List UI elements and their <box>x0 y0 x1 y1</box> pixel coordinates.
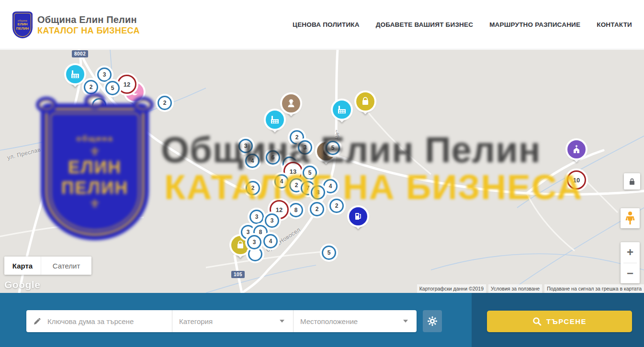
map-pin-factory[interactable] <box>264 109 285 130</box>
logo-main-text-1: ЕЛИН <box>17 22 27 26</box>
brand-logo-block[interactable]: община ЕЛИН ПЕЛИН Община Елин Пелин КАТА… <box>12 11 140 38</box>
search-panel: Категория Местоположение <box>26 310 417 332</box>
search-button-label: ТЪРСЕНЕ <box>546 317 587 325</box>
keyword-input[interactable] <box>47 317 165 325</box>
bag-icon <box>356 92 374 111</box>
map-attribution: Картографски данни ©2019Условия за ползв… <box>417 284 644 293</box>
map-pin-factory[interactable] <box>331 99 352 120</box>
category-select[interactable]: Категория <box>172 310 293 332</box>
church-icon <box>567 140 586 158</box>
cluster-marker[interactable]: 3 <box>238 139 253 153</box>
pencil-icon <box>33 317 42 325</box>
map-pin-bag[interactable] <box>355 91 376 112</box>
cluster-marker[interactable]: 2 <box>84 80 98 94</box>
cluster-marker[interactable]: 2 <box>246 181 260 195</box>
attribution-link[interactable]: Подаване на сигнал за грешка в картата <box>544 284 644 293</box>
map-canvas[interactable]: 8002 105 ул. Преслав бул. „Новосел ци" 1… <box>0 50 644 293</box>
factory-icon <box>66 65 84 83</box>
nav-item-2[interactable]: МАРШРУТНО РАЗПИСАНИЕ <box>489 21 580 28</box>
site-title: Община Елин Пелин <box>37 14 140 25</box>
header: община ЕЛИН ПЕЛИН Община Елин Пелин КАТА… <box>0 0 644 49</box>
search-icon <box>532 317 542 326</box>
cluster-marker[interactable]: 5 <box>322 246 336 260</box>
pegman-control[interactable] <box>621 208 640 228</box>
attribution-link[interactable]: Условия за ползване <box>488 284 542 293</box>
map-type-map-button[interactable]: Карта <box>4 257 41 275</box>
advanced-settings-button[interactable] <box>423 310 442 332</box>
map-type-control: Карта Сателит <box>4 257 91 275</box>
logo-top-text: община <box>18 19 27 22</box>
factory-icon <box>266 111 284 129</box>
cluster-marker[interactable]: 8 <box>289 203 303 217</box>
site-subtitle: КАТАЛОГ НА БИЗНЕСА <box>37 26 140 36</box>
map-pin-factory[interactable] <box>65 64 86 85</box>
map-type-satellite-button[interactable]: Сателит <box>41 257 91 275</box>
cluster-marker[interactable]: 10 <box>567 170 586 190</box>
logo-main-text-2: ПЕЛИН <box>16 26 29 31</box>
cluster-marker[interactable] <box>92 98 106 112</box>
cluster-marker[interactable]: 3 <box>265 213 279 228</box>
nav-item-1[interactable]: ДОБАВЕТЕ ВАШИЯТ БИЗНЕС <box>376 21 473 28</box>
lock-button[interactable] <box>624 173 640 190</box>
cluster-marker[interactable]: 4 <box>274 174 289 189</box>
cluster-marker[interactable]: 4 <box>263 234 278 248</box>
fuel-icon <box>349 207 367 225</box>
map-pin-fuel[interactable] <box>348 206 369 227</box>
cluster-marker[interactable]: 5 <box>303 166 317 180</box>
cluster-marker[interactable]: 3 <box>298 140 312 155</box>
cluster-marker[interactable]: 12 <box>117 75 136 94</box>
map-pin-church[interactable] <box>566 139 587 160</box>
cluster-marker[interactable]: 2 <box>310 202 324 216</box>
cluster-marker[interactable]: 2 <box>158 96 172 110</box>
gear-icon <box>427 316 438 326</box>
category-select-label: Категория <box>179 317 280 325</box>
attribution-text: Картографски данни ©2019 <box>417 284 486 293</box>
cluster-marker[interactable]: 5 <box>326 141 340 155</box>
cluster-marker[interactable]: 5 <box>105 81 120 95</box>
pegman-icon <box>625 211 635 225</box>
zoom-in-button[interactable]: + <box>621 242 640 263</box>
cluster-marker[interactable]: 3 <box>247 235 261 249</box>
factory-icon <box>333 101 351 119</box>
location-select[interactable]: Местоположение <box>293 310 417 332</box>
cluster-marker[interactable]: 3 <box>249 210 264 224</box>
zoom-out-button[interactable]: − <box>621 263 640 284</box>
nav-item-3[interactable]: КОНТАКТИ <box>597 21 632 28</box>
road-badge-105: 105 <box>231 271 245 278</box>
main-nav: ЦЕНОВА ПОЛИТИКАДОБАВЕТЕ ВАШИЯТ БИЗНЕСМАР… <box>293 0 632 49</box>
cluster-marker[interactable]: 3 <box>97 67 112 82</box>
nav-item-0[interactable]: ЦЕНОВА ПОЛИТИКА <box>293 21 360 28</box>
search-button[interactable]: ТЪРСЕНЕ <box>487 311 632 332</box>
chevron-down-icon <box>403 320 408 323</box>
cluster-marker[interactable]: 4 <box>323 179 338 193</box>
municipality-logo: община ЕЛИН ПЕЛИН <box>12 11 33 38</box>
google-logo[interactable]: Google <box>4 279 40 291</box>
cluster-marker[interactable]: 6 <box>266 150 280 165</box>
zoom-control: + − <box>621 242 640 283</box>
cluster-marker[interactable]: 2 <box>329 199 344 213</box>
location-select-label: Местоположение <box>300 317 403 325</box>
road-badge-8002: 8002 <box>72 50 88 57</box>
lock-icon <box>629 178 635 185</box>
keyword-field[interactable] <box>26 310 172 332</box>
chevron-down-icon <box>280 320 284 323</box>
cluster-marker[interactable]: 4 <box>245 154 260 168</box>
search-bar: Категория Местоположение <box>0 293 644 347</box>
cluster-marker[interactable]: 8 <box>311 185 325 200</box>
